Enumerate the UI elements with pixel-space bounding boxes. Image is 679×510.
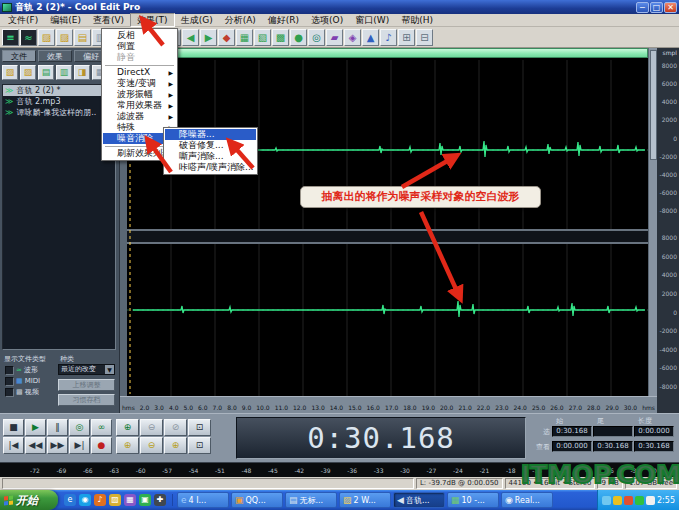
record-button[interactable]: ● — [91, 437, 112, 454]
selection-length-value[interactable]: 0:00.000 — [634, 426, 674, 437]
menu-view[interactable]: 查看(V) — [87, 14, 130, 26]
menu-analyze[interactable]: 分析(A) — [219, 14, 262, 26]
task-realplayer[interactable]: ◉ Real... — [501, 492, 553, 508]
go-to-start-button[interactable]: |◀ — [3, 437, 24, 454]
menu-edit[interactable]: 编辑(E) — [44, 14, 87, 26]
selection-end-value[interactable] — [593, 426, 633, 437]
menu-effects[interactable]: 效果(T) — [130, 13, 175, 27]
fast-forward-button[interactable]: ▶▶ — [47, 437, 68, 454]
file-item-track2-mp3[interactable]: 音轨 2.mp3 — [3, 96, 115, 107]
menu-item-common-effects[interactable]: 常用效果器 — [103, 100, 176, 111]
panel-open-icon[interactable]: ▨ — [2, 65, 18, 80]
menu-favorites[interactable]: 偏好(R) — [262, 14, 305, 26]
submenu-item-hiss-reduction[interactable]: 嘶声消除... — [165, 151, 256, 162]
cd-burn-icon[interactable]: ♪ — [380, 29, 397, 46]
open-file-icon[interactable]: ▨ — [38, 29, 55, 46]
zoom-in-vertical-button[interactable]: ⊕ — [164, 437, 187, 454]
menu-item-reverse[interactable]: 倒置 — [103, 41, 176, 52]
ql-folder-icon[interactable]: ▨ — [109, 494, 121, 506]
crop-icon[interactable]: ▶ — [200, 29, 217, 46]
tray-volume-icon[interactable] — [646, 496, 655, 505]
checkbox-icon[interactable] — [5, 366, 14, 375]
track-props-icon[interactable]: ▧ — [254, 29, 271, 46]
panel-insert-icon[interactable]: ▤ — [38, 65, 54, 80]
submenu-item-clip-restoration[interactable]: 破音修复... — [165, 140, 256, 151]
ql-messenger-icon[interactable]: ◉ — [79, 494, 91, 506]
minimize-button[interactable]: ─ — [636, 2, 649, 13]
start-button[interactable]: 开始 — [0, 490, 58, 510]
scrollbar-thumb[interactable] — [650, 50, 657, 160]
ql-media-icon[interactable]: ♪ — [94, 494, 106, 506]
menu-options[interactable]: 选项(O) — [305, 14, 349, 26]
filetype-video[interactable]: ▩视频 — [5, 387, 39, 397]
pause-button[interactable]: ‖ — [47, 419, 68, 436]
menu-item-filters[interactable]: 滤波器 — [103, 111, 176, 122]
view-end-value[interactable]: 0:30.168 — [593, 441, 633, 452]
time-display[interactable]: 0:30.168 — [236, 417, 526, 459]
submenu-item-click-pop-eliminator[interactable]: 咔嗒声/噗声消除... — [165, 162, 256, 173]
submenu-item-noise-reducer[interactable]: 降噪器... — [165, 129, 256, 140]
go-to-end-button[interactable]: ▶| — [69, 437, 90, 454]
mixer-icon[interactable]: ▦ — [236, 29, 253, 46]
menu-help[interactable]: 帮助(H) — [395, 14, 439, 26]
task-image-viewer[interactable]: ▦ 10 -... — [447, 492, 499, 508]
timeline-ruler[interactable]: hms2.03.04.05.06.07.08.09.010.011.012.01… — [120, 396, 657, 413]
trim-icon[interactable]: ◀ — [182, 29, 199, 46]
archive-button[interactable]: 习惯存档 — [58, 394, 115, 406]
menu-item-directx[interactable]: DirectX — [103, 67, 176, 78]
menu-item-silence[interactable]: 静音 — [103, 52, 176, 63]
sort-adjust-button[interactable]: 上移调整 — [58, 379, 115, 391]
sort-dropdown[interactable]: 最近的改变▼ — [58, 364, 115, 375]
zoom-out-horizontal-button[interactable]: ⊖ — [140, 437, 163, 454]
file-item-track2-copy[interactable]: 音轨 2 (2) * — [3, 85, 115, 96]
tray-update-icon[interactable] — [602, 496, 611, 505]
multitrack-view-icon[interactable]: ≡ — [2, 29, 19, 46]
play-button[interactable]: ▶ — [25, 419, 46, 436]
menu-item-invert[interactable]: 反相 — [103, 30, 176, 41]
group-icon[interactable]: ● — [290, 29, 307, 46]
ql-browser-icon[interactable]: e — [64, 494, 76, 506]
ql-office-icon[interactable]: ▦ — [124, 494, 136, 506]
panel-import-icon[interactable]: ▨ — [20, 65, 36, 80]
menu-window[interactable]: 窗口(W) — [349, 14, 395, 26]
open-as-icon[interactable]: ▨ — [56, 29, 73, 46]
menu-generate[interactable]: 生成(G) — [175, 14, 219, 26]
maximize-button[interactable]: □ — [650, 2, 663, 13]
zoom-out-button[interactable]: ⊖ — [140, 419, 163, 436]
tray-antivirus-icon[interactable] — [624, 496, 633, 505]
zoom-in-horizontal-button[interactable]: ⊕ — [116, 437, 139, 454]
task-qq[interactable]: ▣ QQ... — [231, 492, 283, 508]
stop-button[interactable]: ■ — [3, 419, 24, 436]
tray-qq-icon[interactable] — [635, 496, 644, 505]
task-cool-edit[interactable]: ◀ 音轨... — [393, 492, 445, 508]
tray-clock[interactable]: 2:55 — [657, 496, 675, 505]
zoom-to-selection-button[interactable]: ⊡ — [188, 419, 211, 436]
play-to-end-button[interactable]: ∞ — [91, 419, 112, 436]
filetype-midi[interactable]: ▦MIDI — [5, 376, 40, 386]
tab-files[interactable]: 文件 — [2, 50, 36, 62]
scripts-icon[interactable]: ▲ — [362, 29, 379, 46]
loop-props-icon[interactable]: ◎ — [308, 29, 325, 46]
effects-rack-icon[interactable]: ◈ — [344, 29, 361, 46]
play-looped-button[interactable]: ◎ — [69, 419, 90, 436]
panel-play-icon[interactable]: ◨ — [74, 65, 90, 80]
delete-icon[interactable]: ◆ — [218, 29, 235, 46]
menu-item-time-pitch[interactable]: 变速/变调 — [103, 78, 176, 89]
help-context-icon[interactable]: ⊟ — [416, 29, 433, 46]
waveform-view-icon[interactable]: ≈ — [20, 29, 37, 46]
close-button[interactable]: ✕ — [664, 2, 677, 13]
checkbox-icon[interactable] — [5, 388, 14, 397]
extract-audio-icon[interactable]: ▤ — [74, 29, 91, 46]
workspace-icon[interactable]: ⊞ — [398, 29, 415, 46]
selection-begin-value[interactable]: 0:30.168 — [552, 426, 592, 437]
file-item-song[interactable]: 谭咏麟-像我这样的朋.. — [3, 107, 115, 118]
session-overview-bar[interactable] — [127, 48, 648, 58]
ql-qq-icon[interactable]: ▣ — [139, 494, 151, 506]
tab-effects[interactable]: 效果 — [38, 50, 72, 62]
view-begin-value[interactable]: 0:00.000 — [552, 441, 592, 452]
task-folder[interactable]: ▨ 2 W... — [339, 492, 391, 508]
zoom-in-button[interactable]: ⊕ — [116, 419, 139, 436]
spectral-icon[interactable]: ▰ — [326, 29, 343, 46]
waveform-display[interactable] — [127, 60, 648, 396]
filetype-wave[interactable]: ≈波形 — [5, 365, 38, 375]
